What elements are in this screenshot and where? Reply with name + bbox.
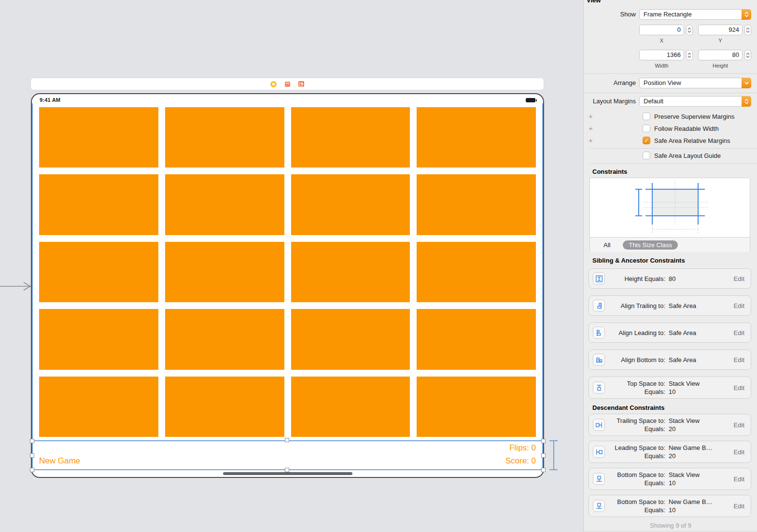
y-field[interactable]: 924 [698, 25, 743, 35]
layout-margins-dropdown[interactable]: Default [639, 96, 751, 107]
selection-handle[interactable] [30, 453, 34, 458]
constraint-row[interactable]: Height Equals:80Edit [589, 268, 751, 289]
edit-constraint-button[interactable]: Edit [734, 448, 744, 456]
size-class-diagram [590, 178, 750, 237]
constraint-description: Align Trailing to:Safe Area [608, 302, 726, 309]
card-button[interactable] [39, 174, 158, 235]
arrange-label: Arrange [584, 78, 636, 88]
constraint-row[interactable]: Align Bottom to:Safe AreaEdit [589, 350, 751, 370]
initial-view-controller-arrow[interactable] [0, 281, 32, 291]
constraint-description: Height Equals:80 [608, 275, 726, 282]
add-constraint-plus-button[interactable]: + [589, 125, 593, 132]
constraint-attribute: Top Space to: [608, 380, 665, 387]
arrange-value: Position View [640, 78, 742, 88]
height-stepper[interactable] [744, 50, 751, 60]
new-game-button[interactable]: New Game [39, 456, 80, 466]
constraint-value: 20 [669, 425, 726, 433]
card-button[interactable] [165, 377, 284, 437]
selection-handle[interactable] [541, 468, 546, 472]
edit-constraint-button[interactable]: Edit [734, 356, 744, 364]
card-button[interactable] [291, 107, 410, 168]
x-stepper[interactable] [686, 25, 693, 35]
selection-handle[interactable] [541, 439, 546, 443]
card-button[interactable] [417, 377, 536, 437]
constraint-attribute: Align Bottom to: [608, 356, 665, 364]
card-button[interactable] [165, 309, 284, 369]
selection-handle[interactable] [30, 439, 34, 443]
constraint-attribute: Bottom Space to: [608, 471, 665, 478]
edit-constraint-button[interactable]: Edit [734, 302, 744, 309]
selection-handle[interactable] [30, 468, 34, 472]
card-button[interactable] [291, 309, 410, 369]
card-button[interactable] [39, 377, 158, 437]
size-class-option[interactable]: All [603, 241, 610, 249]
selection-handle[interactable] [285, 438, 289, 442]
height-field[interactable]: 80 [698, 50, 743, 60]
x-field[interactable]: 0 [639, 25, 684, 35]
constraint-value: Stack View [669, 380, 726, 387]
card-button[interactable] [39, 242, 158, 302]
show-dropdown[interactable]: Frame Rectangle [639, 9, 751, 20]
leading-space-constraint-icon [593, 446, 605, 458]
layout-margins-label: Layout Margins [584, 96, 636, 107]
card-button[interactable] [165, 107, 284, 168]
add-constraint-plus-button[interactable]: + [589, 112, 593, 120]
margin-option-row: +Follow Readable Width [584, 125, 757, 133]
card-button[interactable] [291, 174, 410, 235]
constraint-attribute: Leading Space to: [608, 444, 665, 451]
constraint-value: 20 [669, 452, 726, 460]
section-title: View [587, 0, 601, 4]
card-button[interactable] [165, 174, 284, 235]
edit-constraint-button[interactable]: Edit [734, 421, 744, 429]
checkbox-unchecked[interactable] [643, 152, 650, 159]
width-stepper[interactable] [686, 50, 693, 60]
edit-constraint-button[interactable]: Edit [734, 476, 744, 483]
size-class-option-selected[interactable]: This Size Class [623, 240, 678, 250]
card-button[interactable] [417, 309, 536, 369]
constraint-row[interactable]: Top Space to:Stack ViewEquals:10Edit [589, 377, 751, 399]
width-field[interactable]: 1366 [639, 50, 684, 60]
storyboard-canvas[interactable]: 9:41 AM Flips: 0 Score: 0 New Game [0, 0, 583, 532]
constraint-row[interactable]: Bottom Space to:Stack ViewEquals:10Edit [589, 468, 751, 490]
arrange-dropdown[interactable]: Position View [639, 78, 751, 88]
add-constraint-plus-button[interactable]: + [589, 137, 593, 144]
constraint-row[interactable]: Trailing Space to:Stack ViewEquals:20Edi… [589, 414, 751, 436]
edit-constraint-button[interactable]: Edit [734, 503, 744, 510]
card-button[interactable] [165, 242, 284, 302]
checkbox-checked[interactable]: ✓ [643, 137, 650, 144]
constraint-row[interactable]: Leading Space to:New Game B…Equals:20Edi… [589, 441, 751, 463]
edit-constraint-button[interactable]: Edit [734, 384, 744, 392]
constraint-row[interactable]: Align Trailing to:Safe AreaEdit [589, 295, 751, 316]
card-button[interactable] [291, 377, 410, 437]
y-stepper[interactable] [744, 25, 751, 35]
card-button[interactable] [39, 309, 158, 369]
ipad-scene[interactable]: 9:41 AM Flips: 0 Score: 0 New Game [31, 93, 544, 478]
checkbox-unchecked[interactable] [643, 112, 650, 120]
constraint-row[interactable]: Align Leading to:Safe AreaEdit [589, 322, 751, 343]
constraints-diagram[interactable]: AllThis Size Class [589, 178, 750, 252]
card-button[interactable] [291, 242, 410, 302]
view-controller-icon[interactable] [270, 81, 277, 87]
scene-dock [31, 78, 544, 90]
constraint-value: Safe Area [669, 356, 726, 364]
card-button[interactable] [417, 174, 536, 235]
flips-count-label[interactable]: Flips: 0 [509, 443, 536, 453]
height-axis-label: Height [698, 63, 743, 69]
constraint-attribute: Bottom Space to: [608, 498, 665, 505]
constraint-row[interactable]: Bottom Space to:New Game B…Equals:10Edit [589, 495, 751, 517]
edit-constraint-button[interactable]: Edit [734, 329, 744, 336]
card-button[interactable] [417, 107, 536, 168]
exit-icon[interactable] [298, 81, 304, 87]
first-responder-icon[interactable] [285, 82, 290, 87]
constraint-attribute: Trailing Space to: [608, 417, 665, 424]
card-button[interactable] [417, 242, 536, 302]
x-axis-label: X [639, 38, 684, 43]
bottom-space-constraint-icon [593, 473, 605, 485]
constraint-value: 10 [669, 479, 726, 487]
selection-handle[interactable] [541, 453, 546, 458]
card-button[interactable] [39, 107, 158, 168]
score-count-label[interactable]: Score: 0 [505, 456, 536, 466]
checkbox-unchecked[interactable] [643, 125, 650, 132]
edit-constraint-button[interactable]: Edit [734, 275, 744, 282]
selection-handle[interactable] [285, 468, 289, 472]
